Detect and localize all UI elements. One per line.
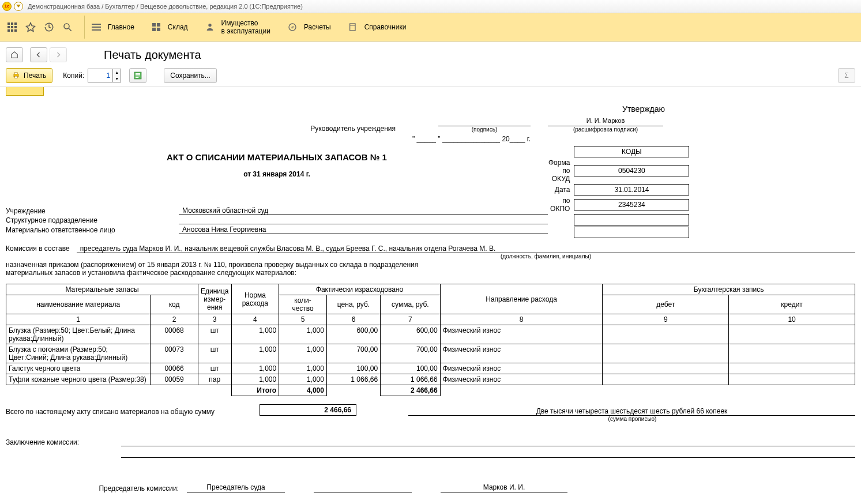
- print-label: Печать: [24, 72, 46, 80]
- ruble-icon: ₽: [287, 21, 298, 33]
- svg-rect-6: [7, 29, 10, 32]
- toolbar: Печать Копий: ▲▼ Сохранить... Σ: [0, 65, 861, 87]
- copies-label: Копий:: [63, 72, 84, 80]
- svg-rect-8: [14, 29, 17, 32]
- table-row: Галстук черного цвета00066шт1,0001,00010…: [6, 363, 855, 374]
- sheet-tab[interactable]: [6, 87, 44, 96]
- app-menu-dropdown-icon[interactable]: [14, 2, 23, 11]
- svg-rect-25: [15, 76, 18, 78]
- document: Утверждаю Руководитель учреждения (подпи…: [0, 95, 861, 504]
- svg-text:₽: ₽: [291, 25, 294, 30]
- col-number: 8: [440, 314, 603, 325]
- ribbon-tab-stock[interactable]: Склад: [151, 21, 188, 33]
- table-row: Туфли кожаные черного цвета (Размер:38)0…: [6, 374, 855, 385]
- svg-line-10: [69, 28, 72, 31]
- sigma-button[interactable]: Σ: [838, 68, 855, 83]
- spinner-up[interactable]: ▲: [113, 69, 121, 76]
- svg-point-18: [208, 24, 211, 27]
- search-icon[interactable]: [60, 20, 75, 35]
- preview-settings-button[interactable]: [129, 68, 146, 83]
- svg-rect-27: [136, 73, 140, 75]
- copies-input[interactable]: [88, 71, 112, 80]
- approve-label: Утверждаю: [622, 104, 665, 114]
- ribbon-label: Склад: [168, 23, 188, 31]
- list-icon: [91, 21, 102, 33]
- svg-rect-0: [7, 22, 10, 25]
- back-button[interactable]: [30, 47, 47, 62]
- head-label: Руководитель учреждения: [275, 125, 415, 133]
- name-hint: (расшифровка подписи): [548, 126, 663, 133]
- apps-grid-icon[interactable]: [5, 20, 20, 35]
- ribbon-label: Главное: [108, 23, 134, 31]
- codes-box: КОДЫ Форма по ОКУД0504230 Дата31.01.2014…: [548, 145, 690, 239]
- col-number: 5: [279, 314, 327, 325]
- svg-rect-2: [14, 22, 17, 25]
- history-icon[interactable]: [42, 20, 57, 35]
- table-row: Блузка с погонами (Размер:50; Цвет:Синий…: [6, 344, 855, 363]
- col-number: 3: [198, 314, 231, 325]
- svg-rect-15: [157, 23, 160, 27]
- app-1c-icon: 1c: [2, 2, 12, 11]
- svg-rect-28: [136, 76, 140, 76]
- svg-rect-16: [152, 28, 156, 31]
- svg-rect-3: [7, 26, 10, 28]
- signature-hint: (подпись): [438, 126, 531, 133]
- table-row: Блузка (Размер:50; Цвет:Белый; Длина рук…: [6, 325, 855, 344]
- sheet-tab-strip: [0, 87, 861, 95]
- person-icon: [204, 21, 216, 33]
- head-name: И. И. Марков: [548, 117, 663, 126]
- titlebar: 1c Демонстрационная база / Бухгалтер / В…: [0, 0, 861, 13]
- svg-rect-24: [15, 73, 18, 74]
- col-number: 1: [6, 314, 151, 325]
- star-icon[interactable]: [23, 20, 38, 35]
- save-button[interactable]: Сохранить...: [164, 68, 217, 83]
- print-button[interactable]: Печать: [6, 68, 52, 83]
- conclusion-line: [121, 437, 855, 446]
- svg-rect-29: [136, 77, 138, 78]
- spinner-down[interactable]: ▼: [113, 76, 121, 82]
- commission-list: преседатель суда Марков И. И., начальник…: [77, 245, 855, 253]
- svg-rect-17: [157, 28, 160, 31]
- window-title: Демонстрационная база / Бухгалтер / Веще…: [28, 3, 303, 10]
- svg-rect-5: [14, 26, 17, 28]
- doc-date: от 31 января 2014 г.: [6, 170, 548, 178]
- ribbon-label: Справочники: [364, 23, 407, 31]
- svg-rect-21: [349, 24, 355, 31]
- col-number: 6: [326, 314, 380, 325]
- svg-point-9: [64, 24, 69, 29]
- materials-table: Материальные запасы Едини­ца измер­ения …: [6, 284, 855, 396]
- grand-total-words: Две тысячи четыреста шестьдесят шесть ру…: [408, 407, 855, 416]
- ribbon-tab-assets[interactable]: Имущество в эксплуатации: [204, 19, 270, 35]
- save-label: Сохранить...: [170, 72, 210, 80]
- ribbon-tab-calc[interactable]: ₽ Расчеты: [287, 21, 331, 33]
- doc-title: АКТ О СПИСАНИИ МАТЕРИАЛЬНЫХ ЗАПАСОВ № 1: [6, 152, 548, 162]
- col-number: 2: [151, 314, 198, 325]
- copies-spinner[interactable]: ▲▼: [88, 69, 121, 82]
- ribbon-label: Расчеты: [304, 23, 331, 31]
- col-number: 7: [381, 314, 441, 325]
- svg-rect-14: [152, 23, 156, 27]
- navigation-row: Печать документа: [0, 42, 861, 65]
- book-icon: [347, 21, 359, 33]
- forward-button: [50, 47, 67, 62]
- ribbon-label: Имущество в эксплуатации: [221, 19, 270, 35]
- ribbon-tab-dict[interactable]: Справочники: [347, 21, 407, 33]
- svg-rect-4: [11, 26, 13, 28]
- ribbon-tab-main[interactable]: Главное: [91, 21, 134, 33]
- ribbon: Главное Склад Имущество в эксплуатации ₽…: [0, 13, 861, 42]
- col-number: 10: [729, 314, 855, 325]
- home-button[interactable]: [6, 47, 23, 62]
- grand-total-box: 2 466,66: [260, 404, 356, 416]
- page-title: Печать документа: [104, 48, 201, 62]
- document-scroll[interactable]: Утверждаю Руководитель учреждения (подпи…: [0, 95, 861, 504]
- svg-rect-7: [11, 29, 13, 32]
- col-number: 4: [231, 314, 279, 325]
- boxes-icon: [151, 21, 162, 33]
- codes-header: КОДЫ: [574, 146, 689, 157]
- svg-rect-1: [11, 22, 13, 25]
- col-number: 9: [603, 314, 729, 325]
